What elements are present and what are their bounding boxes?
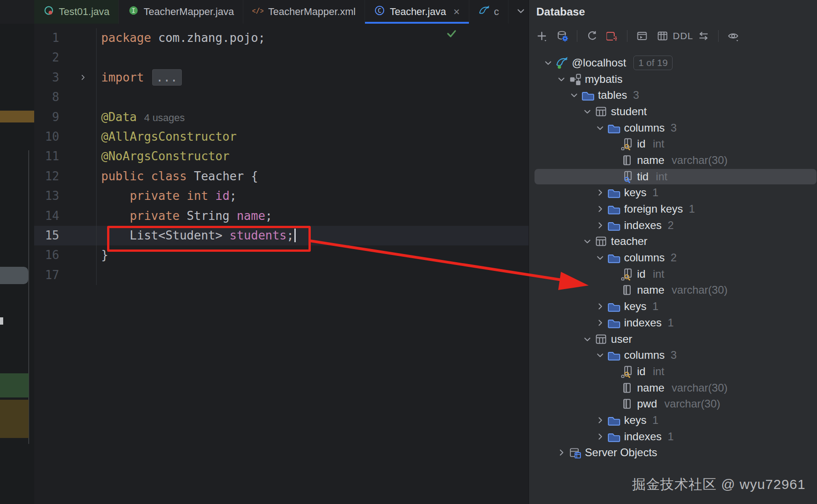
code-line-14[interactable]: 14 private String name; (34, 206, 529, 226)
toolbar-divider (577, 30, 577, 42)
tree-row-foreign-keys[interactable]: foreign keys1 (529, 201, 817, 217)
tab-label: Test01.java (59, 6, 109, 18)
tree-row-tid[interactable]: tidint (529, 168, 817, 185)
tab-test01-java[interactable]: Test01.java (34, 0, 119, 24)
chevron-down-icon[interactable] (593, 121, 607, 135)
tree-row-indexes[interactable]: indexes1 (529, 428, 817, 445)
close-icon[interactable]: × (453, 5, 460, 18)
add-button[interactable] (535, 29, 549, 43)
test-class-icon (43, 5, 54, 19)
tree-row-columns[interactable]: columns3 (529, 120, 817, 136)
chevron-down-icon[interactable] (541, 56, 555, 70)
usages-inlay-hint[interactable]: 4 usages (144, 112, 185, 123)
datasource-settings-button[interactable] (555, 29, 569, 43)
fold-gutter (59, 87, 96, 107)
refresh-button[interactable] (585, 29, 599, 43)
fold-marker-icon[interactable] (59, 68, 96, 87)
svg-text:C: C (378, 7, 381, 14)
chevron-right-icon[interactable] (593, 300, 607, 313)
code-line-9[interactable]: 9@Data4 usages (34, 107, 529, 127)
fold-gutter (59, 147, 96, 166)
tree-label: id (637, 365, 646, 378)
chevron-right-icon[interactable] (593, 430, 607, 443)
folder-icon (607, 219, 621, 232)
tree-row-indexes[interactable]: indexes1 (529, 315, 817, 331)
line-number: 16 (34, 245, 59, 265)
tree-label: mybatis (585, 73, 623, 86)
chevron-down-icon[interactable] (581, 105, 594, 118)
tree-row-columns[interactable]: columns2 (529, 249, 817, 266)
code-text (96, 265, 529, 285)
code-text: @Data4 usages (96, 107, 529, 127)
line-number: 3 (34, 68, 59, 87)
col-icon (620, 283, 634, 297)
disconnect-button[interactable] (606, 29, 619, 43)
tree-row-tables[interactable]: tables3 (529, 87, 817, 103)
chevron-down-icon[interactable] (567, 88, 581, 102)
code-line-13[interactable]: 13 private int id; (34, 186, 529, 206)
item-count: 1 (653, 414, 658, 427)
chevron-right-icon[interactable] (593, 316, 607, 330)
code-editor[interactable]: 1package com.zhang.pojo;23import ...89@D… (34, 24, 529, 504)
folder-icon (607, 430, 621, 443)
chevron-down-icon[interactable] (581, 234, 594, 248)
folded-imports[interactable]: ... (152, 69, 182, 86)
code-line-12[interactable]: 12public class Teacher { (34, 167, 529, 186)
code-line-10[interactable]: 10@AllArgsConstructor (34, 127, 529, 147)
tree-row-name[interactable]: namevarchar(30) (529, 282, 817, 299)
fold-gutter (59, 186, 96, 206)
chevron-down-icon[interactable] (593, 251, 607, 265)
chevron-right-icon[interactable] (593, 413, 607, 427)
tree-row-server-objects[interactable]: Server Objects (529, 445, 817, 461)
tree-label: columns (624, 251, 664, 264)
code-line-11[interactable]: 11@NoArgsConstructor (34, 147, 529, 166)
tree-row-mybatis[interactable]: mybatis (529, 71, 817, 87)
tree-row-keys[interactable]: keys1 (529, 412, 817, 428)
diff-arrows-button[interactable] (697, 29, 710, 43)
tree-row-id[interactable]: idint (529, 266, 817, 282)
chevron-right-icon[interactable] (593, 202, 607, 216)
tab-label: Teacher.java (390, 6, 446, 18)
chevron-down-icon[interactable] (555, 72, 568, 86)
tree-row--localhost[interactable]: @localhost1 of 19 (529, 55, 817, 71)
tree-label: keys (624, 300, 646, 313)
ddl-button[interactable]: DDL (676, 29, 690, 43)
chevron-right-icon[interactable] (593, 219, 607, 232)
tree-row-keys[interactable]: keys1 (529, 298, 817, 315)
fold-gutter (59, 28, 96, 48)
tree-row-id[interactable]: idint (529, 136, 817, 152)
chevron-down-icon[interactable] (581, 332, 594, 346)
tab-teachermapper-xml[interactable]: </>TeacherMapper.xml (243, 0, 365, 24)
tab-teachermapper-java[interactable]: ITeacherMapper.java (119, 0, 243, 24)
tree-label: indexes (624, 316, 662, 329)
toolbar-divider (627, 30, 627, 42)
chevron-right-icon[interactable] (555, 446, 568, 459)
tree-row-indexes[interactable]: indexes2 (529, 217, 817, 234)
col-pk-icon (620, 365, 634, 378)
tree-row-name[interactable]: namevarchar(30) (529, 152, 817, 168)
text-fragment (0, 317, 3, 325)
code-line-17[interactable]: 17 (34, 265, 529, 285)
code-line-8[interactable]: 8 (34, 87, 529, 107)
tree-row-student[interactable]: student (529, 103, 817, 120)
tree-row-user[interactable]: user (529, 331, 817, 347)
tree-row-pwd[interactable]: pwdvarchar(30) (529, 396, 817, 412)
tab-teacher-java[interactable]: CTeacher.java× (365, 0, 469, 24)
tree-row-keys[interactable]: keys1 (529, 185, 817, 201)
code-line-3[interactable]: 3import ... (34, 68, 529, 87)
chevron-down-icon[interactable] (593, 348, 607, 362)
tree-row-name[interactable]: namevarchar(30) (529, 380, 817, 396)
line-number: 13 (34, 186, 59, 206)
tree-row-id[interactable]: idint (529, 363, 817, 380)
chevron-right-icon[interactable] (593, 186, 607, 199)
table-view-button[interactable] (656, 29, 669, 43)
tab-c[interactable]: c (469, 0, 509, 24)
tree-row-teacher[interactable]: teacher (529, 234, 817, 250)
eye-button[interactable] (726, 29, 740, 43)
inspection-ok-check-icon[interactable] (445, 27, 458, 43)
code-line-2[interactable]: 2 (34, 48, 529, 67)
tree-row-columns[interactable]: columns3 (529, 347, 817, 363)
vcs-mark-brown (0, 111, 34, 122)
query-console-button[interactable] (635, 29, 649, 43)
hidden-tabs-chevron-icon[interactable] (515, 5, 527, 19)
